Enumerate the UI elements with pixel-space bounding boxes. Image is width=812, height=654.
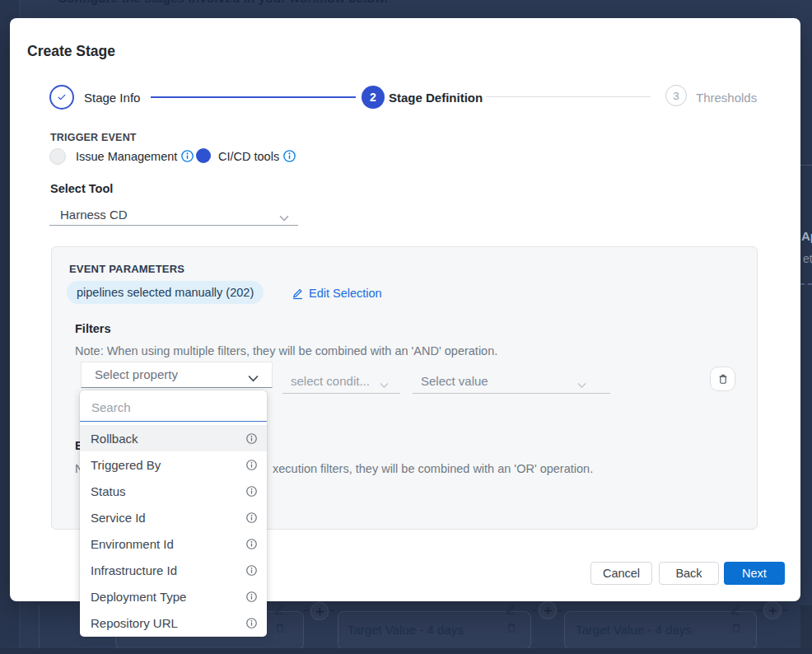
option-label: Service Id: [91, 511, 146, 525]
stage-card-label: Target Value - 4 days: [338, 612, 530, 647]
property-dropdown-menu: Rollback Triggered By Status Service Id …: [80, 390, 267, 637]
dropdown-option-environment-id[interactable]: Environment Id: [80, 530, 267, 557]
info-icon[interactable]: [283, 150, 296, 166]
add-stage-button: [539, 601, 557, 619]
step-2-indicator[interactable]: 2: [362, 86, 385, 109]
select-tool-heading: Select Tool: [50, 182, 113, 195]
event-parameters-heading: EVENT PARAMETERS: [69, 263, 184, 275]
tool-select-underline: [49, 225, 298, 226]
info-icon: [246, 460, 257, 470]
dropdown-option-infrastructure-id[interactable]: Infrastructure Id: [80, 557, 267, 583]
background-bottom-band: [0, 648, 812, 654]
search-underline: [80, 421, 267, 422]
info-icon: [246, 591, 257, 602]
step-connector-todo: [486, 96, 651, 97]
background-card-edge: [39, 605, 40, 648]
chevron-down-icon[interactable]: [279, 210, 289, 225]
property-select[interactable]: Select property: [81, 362, 273, 388]
info-icon[interactable]: [181, 150, 194, 166]
check-icon: [56, 91, 68, 103]
step-2-label: Stage Definition: [389, 91, 483, 105]
condition-select-placeholder[interactable]: select condit...: [291, 374, 370, 388]
step-1-indicator[interactable]: [49, 85, 74, 110]
tool-select-value[interactable]: Harness CD: [60, 208, 128, 222]
option-label: Environment Id: [91, 537, 174, 551]
background-stage-card: Target Value - 4 days: [338, 611, 531, 650]
radio-issue-management-label[interactable]: Issue Management: [76, 150, 177, 163]
trigger-event-heading: TRIGGER EVENT: [50, 132, 137, 143]
selection-pill: pipelines selected manually (202): [67, 281, 264, 304]
info-icon: [246, 512, 257, 523]
next-button[interactable]: Next: [724, 562, 785, 585]
radio-cicd-tools[interactable]: [196, 148, 211, 163]
edit-icon: [505, 604, 516, 619]
dropdown-option-service-id[interactable]: Service Id: [80, 504, 267, 530]
background-stage-card: Target Value - 4 days: [564, 611, 757, 650]
connector-dash: [304, 610, 309, 611]
background-text-fragment: Ap: [801, 229, 812, 243]
connector-dash: [558, 610, 562, 611]
dropdown-items: Rollback Triggered By Status Service Id …: [80, 425, 267, 636]
info-icon: [246, 433, 257, 444]
trash-icon: [506, 622, 517, 637]
dropdown-option-status[interactable]: Status: [80, 478, 267, 504]
info-icon: [246, 565, 257, 576]
search-input[interactable]: [90, 395, 250, 418]
value-select-placeholder[interactable]: Select value: [421, 374, 488, 388]
connector-dash: [782, 610, 787, 611]
dropdown-option-deployment-type[interactable]: Deployment Type: [80, 583, 267, 610]
info-icon: [246, 618, 257, 628]
stage-card-label: Target Value - 4 days: [565, 612, 756, 647]
create-stage-dialog: Create Stage Stage Info 2 Stage Definiti…: [10, 18, 800, 601]
filters-note: Note: When using multiple filters, they …: [75, 344, 497, 357]
step-connector-done: [151, 96, 356, 98]
option-label: Status: [91, 484, 126, 498]
filters-heading: Filters: [75, 322, 111, 335]
step-2-number: 2: [370, 91, 376, 104]
option-label: Infrastructure Id: [91, 563, 177, 577]
chevron-down-icon[interactable]: [380, 377, 389, 392]
dropdown-option-rollback[interactable]: Rollback: [80, 425, 267, 451]
property-select-placeholder: Select property: [95, 362, 178, 387]
step-3-label: Thresholds: [696, 91, 757, 105]
option-label: Deployment Type: [91, 590, 186, 604]
cancel-button[interactable]: Cancel: [590, 562, 652, 585]
connector-dash: [757, 610, 762, 611]
background-dashed-line: [800, 283, 812, 285]
background-dark-block: [800, 605, 812, 648]
dropdown-search[interactable]: [80, 390, 267, 422]
dialog-title: Create Stage: [27, 43, 115, 60]
edit-icon: [292, 287, 304, 300]
option-label: Repository URL: [91, 616, 178, 630]
screen: Configure the stages involved in your wo…: [0, 0, 812, 654]
dropdown-option-repository-url[interactable]: Repository URL: [80, 610, 267, 636]
edit-selection-link[interactable]: Edit Selection: [292, 287, 382, 300]
add-stage-button: [310, 602, 329, 620]
step-3-indicator[interactable]: 3: [665, 85, 687, 106]
chevron-down-icon[interactable]: [577, 377, 586, 392]
connector-dash: [532, 610, 537, 611]
option-label: Rollback: [91, 432, 138, 446]
add-stage-button: [763, 601, 782, 619]
chevron-down-icon: [248, 371, 259, 385]
back-button[interactable]: Back: [659, 562, 719, 585]
condition-select-underline: [282, 393, 400, 394]
trash-icon: [717, 373, 729, 385]
background-divider: [800, 165, 812, 166]
connector-dash: [329, 610, 334, 611]
dropdown-option-triggered-by[interactable]: Triggered By: [80, 451, 267, 478]
edit-icon: [273, 604, 285, 619]
radio-cicd-tools-label[interactable]: CI/CD tools: [218, 150, 279, 163]
edit-selection-label: Edit Selection: [309, 287, 382, 300]
option-label: Triggered By: [91, 458, 161, 472]
edit-icon: [730, 604, 741, 619]
trash-icon: [730, 622, 742, 637]
radio-issue-management[interactable]: [49, 148, 66, 165]
value-select-underline: [413, 393, 610, 394]
info-icon: [246, 539, 257, 549]
background-text-fragment: et: [803, 252, 812, 265]
delete-filter-button[interactable]: [710, 367, 735, 391]
step-1-label: Stage Info: [84, 91, 140, 105]
step-3-number: 3: [673, 90, 679, 102]
background-page-heading: Configure the stages involved in your wo…: [58, 0, 388, 6]
